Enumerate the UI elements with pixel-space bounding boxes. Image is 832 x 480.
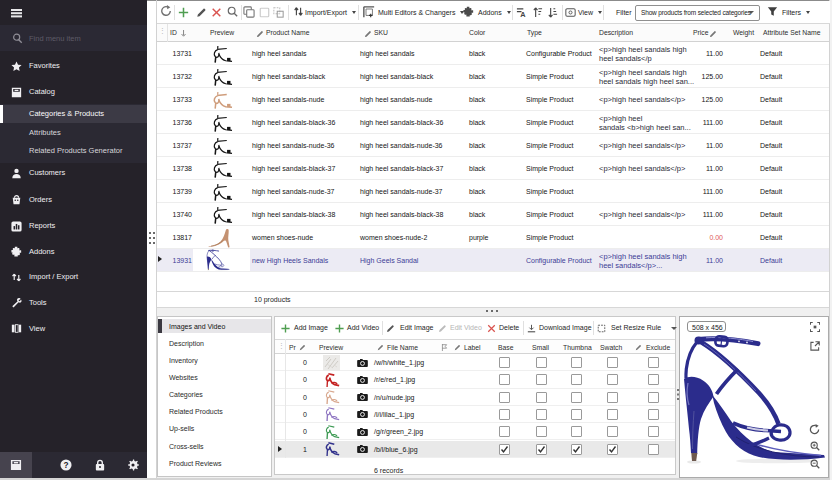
svg-text:?: ? xyxy=(63,460,68,470)
svg-text:A: A xyxy=(520,10,526,18)
